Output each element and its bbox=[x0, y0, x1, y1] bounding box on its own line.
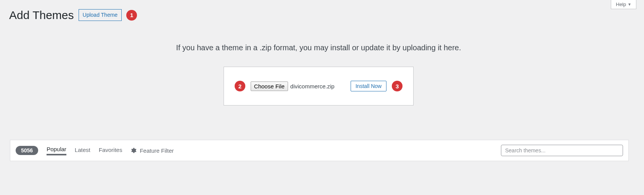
feature-filter-button[interactable]: Feature Filter bbox=[130, 147, 174, 154]
help-tab[interactable]: Help bbox=[611, 0, 636, 9]
theme-filter-bar: 5056 Popular Latest Favorites Feature Fi… bbox=[10, 140, 629, 161]
upload-form: 2 Choose File divicommerce.zip Install N… bbox=[224, 67, 414, 105]
tab-popular[interactable]: Popular bbox=[47, 146, 66, 155]
upload-section: If you have a theme in a .zip format, yo… bbox=[1, 43, 636, 105]
choose-file-button[interactable]: Choose File bbox=[251, 82, 288, 91]
search-box bbox=[501, 145, 623, 156]
feature-filter-label: Feature Filter bbox=[140, 147, 174, 154]
install-now-button[interactable]: Install Now bbox=[351, 81, 386, 91]
page-header: Add Themes Upload Theme 1 bbox=[9, 8, 636, 22]
help-tab-label: Help bbox=[616, 2, 626, 7]
selected-file-name: divicommerce.zip bbox=[290, 83, 335, 90]
search-input[interactable] bbox=[501, 145, 623, 156]
gear-icon bbox=[130, 147, 137, 153]
annotation-step-1: 1 bbox=[126, 10, 137, 21]
upload-theme-button[interactable]: Upload Theme bbox=[79, 9, 122, 21]
page-title: Add Themes bbox=[9, 8, 74, 22]
annotation-step-2: 2 bbox=[235, 81, 245, 91]
tab-latest[interactable]: Latest bbox=[75, 147, 90, 155]
tab-favorites[interactable]: Favorites bbox=[99, 147, 122, 155]
annotation-step-3: 3 bbox=[392, 81, 402, 91]
theme-count: 5056 bbox=[16, 146, 38, 155]
upload-instructions: If you have a theme in a .zip format, yo… bbox=[1, 43, 636, 52]
